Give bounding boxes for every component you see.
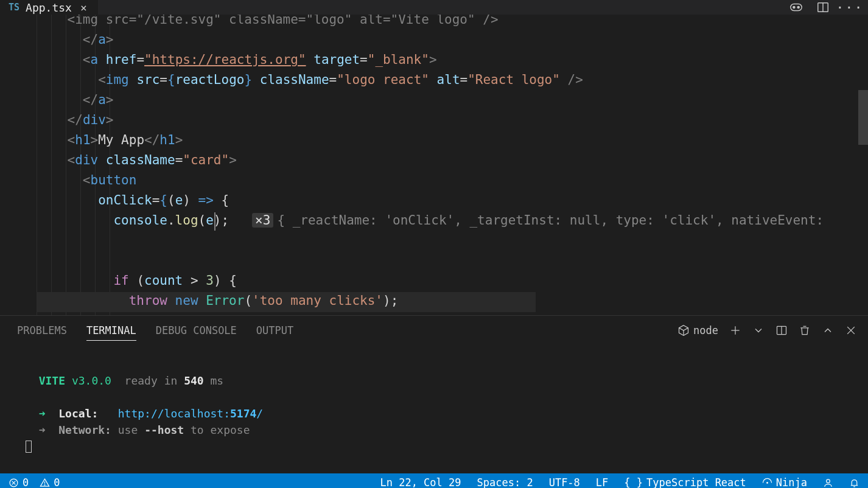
svg-point-1 — [793, 6, 796, 9]
panel-tab-terminal[interactable]: TERMINAL — [86, 321, 136, 341]
inline-cursor-marker — [214, 212, 215, 231]
status-notifications-icon[interactable] — [849, 478, 859, 488]
status-cursor-position[interactable]: Ln 22, Col 29 — [380, 476, 461, 488]
status-eol[interactable]: LF — [596, 476, 608, 488]
split-terminal-icon[interactable] — [775, 324, 788, 336]
status-errors[interactable]: 0 — [9, 476, 29, 488]
more-actions-icon[interactable]: ··· — [842, 0, 857, 15]
panel-tab-problems[interactable]: PROBLEMS — [17, 321, 67, 340]
code-content: <img src="/vite.svg" className="logo" al… — [37, 15, 824, 311]
status-ninja[interactable]: Ninja — [762, 476, 807, 488]
svg-point-2 — [797, 6, 800, 9]
svg-point-16 — [766, 482, 768, 484]
bottom-panel: PROBLEMS TERMINAL DEBUG CONSOLE OUTPUT n… — [0, 315, 868, 473]
panel-tab-output[interactable]: OUTPUT — [256, 321, 293, 340]
panel-tab-bar: PROBLEMS TERMINAL DEBUG CONSOLE OUTPUT n… — [0, 316, 868, 345]
editor-title-actions: ··· — [778, 0, 868, 15]
console-ninja-icon[interactable] — [789, 0, 803, 15]
minimap[interactable] — [858, 15, 868, 315]
svg-point-17 — [827, 479, 830, 483]
tab-bar: TS App.tsx × ··· — [0, 0, 868, 15]
panel-actions: node — [677, 324, 857, 336]
status-indentation[interactable]: Spaces: 2 — [477, 476, 533, 488]
kill-terminal-icon[interactable] — [799, 324, 811, 336]
code-editor[interactable]: <img src="/vite.svg" className="logo" al… — [0, 15, 868, 315]
status-encoding[interactable]: UTF-8 — [549, 476, 580, 488]
status-language-mode[interactable]: { } TypeScript React — [624, 476, 746, 488]
tabs: TS App.tsx × — [0, 0, 99, 15]
editor-tab-app-tsx[interactable]: TS App.tsx × — [0, 0, 99, 15]
svg-rect-0 — [791, 4, 802, 11]
terminal-line-local: ➜ Local: http://localhost:5174/ — [26, 407, 263, 420]
status-feedback-icon[interactable] — [823, 478, 833, 488]
new-terminal-icon[interactable] — [729, 324, 741, 336]
status-bar: 0 0 Ln 22, Col 29 Spaces: 2 UTF-8 LF { }… — [0, 473, 868, 488]
svg-point-15 — [44, 484, 45, 485]
terminal-line-vite: VITE v3.0.0 ready in 540 ms — [26, 374, 223, 387]
inline-log-hint[interactable]: ×3{ _reactName: 'onClick', _targetInst: … — [252, 213, 824, 228]
terminal-launch-dropdown-icon[interactable] — [752, 324, 765, 336]
file-lang-badge: TS — [9, 2, 19, 13]
close-tab-icon[interactable]: × — [78, 1, 89, 14]
file-name: App.tsx — [26, 1, 72, 14]
terminal-line-network: ➜ Network: use --host to expose — [26, 424, 250, 436]
terminal-cursor — [26, 441, 32, 453]
close-panel-icon[interactable] — [845, 324, 857, 336]
terminal-profile-button[interactable]: node — [677, 324, 718, 336]
maximize-panel-icon[interactable] — [822, 324, 834, 336]
terminal-body[interactable]: VITE v3.0.0 ready in 540 ms ➜ Local: htt… — [0, 345, 868, 473]
editor-gutter — [0, 15, 37, 315]
split-editor-icon[interactable] — [816, 0, 830, 15]
status-warnings[interactable]: 0 — [40, 476, 60, 488]
panel-tab-debug-console[interactable]: DEBUG CONSOLE — [156, 321, 237, 340]
